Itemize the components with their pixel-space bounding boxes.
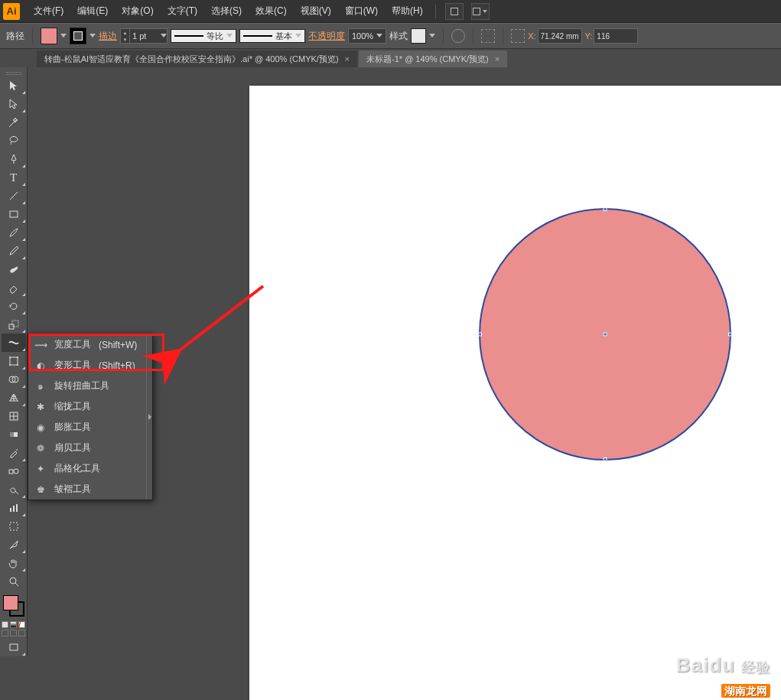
rectangle-tool[interactable] [2,205,26,223]
anchor-point[interactable] [728,333,732,337]
flyout-width-tool[interactable]: ⟿ 宽度工具 (Shift+W) [28,334,146,355]
menu-type[interactable]: 文字(T) [161,2,203,21]
menu-object[interactable]: 对象(O) [116,2,159,21]
scale-tool[interactable] [2,315,26,334]
blob-brush-tool[interactable] [2,260,26,278]
flyout-crystallize-tool[interactable]: ✦ 晶格化工具 [28,458,146,479]
opacity-field[interactable]: 100% [348,28,386,44]
opacity-label[interactable]: 不透明度 [308,30,345,43]
type-tool[interactable]: T [2,168,26,187]
symbol-sprayer-tool[interactable] [2,480,26,499]
free-transform-tool[interactable] [2,352,26,370]
stroke-label[interactable]: 描边 [99,30,117,43]
brush-definition[interactable]: 基本 [239,29,305,43]
document-tab-bar: 转曲-松鼠AI智适应教育《全国合作校校区安全指南》.ai* @ 400% (CM… [0,49,781,67]
blend-tool[interactable] [2,462,26,480]
svg-point-9 [17,364,18,366]
stroke-dd[interactable] [161,34,167,38]
fill-swatch[interactable] [41,28,57,44]
anchor-point[interactable] [604,457,607,461]
flyout-pucker-tool[interactable]: ✱ 缩拢工具 [28,396,146,417]
perspective-grid-tool[interactable] [2,389,26,407]
menu-view[interactable]: 视图(V) [295,2,337,21]
menu-window[interactable]: 窗口(W) [339,2,384,21]
svg-rect-19 [16,504,18,512]
svg-point-0 [10,137,18,142]
hand-tool[interactable] [2,554,26,572]
flyout-bloat-tool[interactable]: ◉ 膨胀工具 [28,417,146,438]
draw-mode-row[interactable] [0,630,27,637]
anchor-point[interactable] [478,333,482,337]
x-coord: X: [528,28,581,44]
close-icon[interactable]: × [345,54,350,63]
document-tab[interactable]: 转曲-松鼠AI智适应教育《全国合作校校区安全指南》.ai* @ 400% (CM… [37,50,357,67]
artboard[interactable] [249,86,781,700]
selection-tool[interactable] [2,77,26,95]
width-tool[interactable] [2,334,26,352]
pucker-icon: ✱ [34,401,47,413]
screen-mode-tool[interactable] [2,638,26,656]
flyout-wrinkle-tool[interactable]: ♚ 皱褶工具 [28,479,146,500]
svg-rect-23 [10,644,18,650]
color-mode-row[interactable]: / [0,621,27,628]
mesh-tool[interactable] [2,407,26,425]
lasso-tool[interactable] [2,132,26,150]
y-input[interactable] [594,28,638,44]
down-arrow[interactable]: ▼ [121,36,129,43]
line-tool[interactable] [2,187,26,205]
x-input[interactable] [538,28,582,44]
close-icon[interactable]: × [495,54,500,63]
tearoff-handle[interactable] [146,334,152,500]
svg-rect-2 [10,211,18,217]
style-dd[interactable] [429,34,435,38]
stroke-dropdown[interactable] [89,34,96,38]
recolor-icon[interactable] [451,29,465,43]
zoom-tool[interactable] [2,572,26,591]
flyout-scallop-tool[interactable]: ❁ 扇贝工具 [28,438,146,458]
tools-panel: T / [0,67,28,656]
pencil-tool[interactable] [2,242,26,260]
stroke-weight-input[interactable] [130,31,161,41]
column-graph-tool[interactable] [2,499,26,517]
stroke-swatch[interactable] [70,28,86,44]
menu-select[interactable]: 选择(S) [205,2,248,21]
variable-width-profile[interactable]: 等比 [171,29,236,43]
eraser-tool[interactable] [2,278,26,297]
center-point[interactable] [604,333,607,337]
direct-selection-tool[interactable] [2,95,26,113]
anchor-point[interactable] [604,207,607,211]
gradient-tool[interactable] [2,425,26,444]
shape-builder-tool[interactable] [2,370,26,389]
ellipse-shape[interactable] [479,208,731,461]
transform-icon[interactable] [511,29,525,43]
flyout-label: 旋转扭曲工具 [54,379,109,392]
pen-tool[interactable] [2,150,26,168]
svg-rect-14 [10,432,14,437]
align-icon[interactable] [481,29,495,43]
tab-label: 转曲-松鼠AI智适应教育《全国合作校校区安全指南》.ai* @ 400% (CM… [44,54,339,65]
slice-tool[interactable] [2,536,26,554]
separator [473,28,473,44]
menu-effect[interactable]: 效果(C) [249,2,293,21]
eyedropper-tool[interactable] [2,444,26,462]
stroke-weight-field[interactable]: ▲▼ [120,28,168,44]
flyout-twirl-tool[interactable]: ๑ 旋转扭曲工具 [28,376,146,396]
artboard-tool[interactable] [2,517,26,536]
panel-grip[interactable] [0,70,27,77]
menu-help[interactable]: 帮助(H) [386,2,429,21]
menu-edit[interactable]: 编辑(E) [71,2,114,21]
flyout-warp-tool[interactable]: ◐ 变形工具 (Shift+R) [28,355,146,376]
style-swatch[interactable] [411,28,426,44]
control-bar: 路径 描边 ▲▼ 等比 基本 不透明度 100% 样式 X: Y: [0,23,781,49]
magic-wand-tool[interactable] [2,113,26,132]
up-arrow[interactable]: ▲ [121,29,129,36]
arrange-button[interactable] [471,3,490,20]
paintbrush-tool[interactable] [2,223,26,242]
document-tab[interactable]: 未标题-1* @ 149% (CMYK/预览) × [359,50,507,67]
fill-dropdown[interactable] [60,34,67,38]
rotate-tool[interactable] [2,297,26,315]
menu-file[interactable]: 文件(F) [28,2,70,21]
fill-stroke-wells[interactable] [3,595,24,617]
app-logo: Ai [3,3,20,20]
doc-layout-button[interactable] [445,3,464,20]
